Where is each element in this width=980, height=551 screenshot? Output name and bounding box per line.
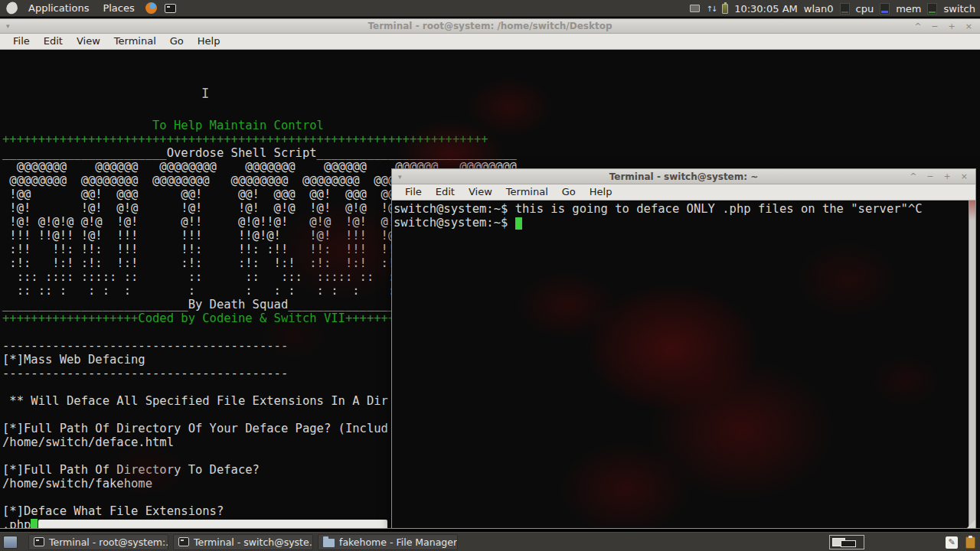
menu-item-edit[interactable]: Edit <box>37 34 70 49</box>
net-monitor-label: wlan0 <box>804 3 834 15</box>
net-monitor-graph <box>840 3 850 15</box>
menu-item-view[interactable]: View <box>462 184 499 200</box>
prompt-text: switch@system:~$ <box>394 216 515 230</box>
bg-window-titlebar[interactable]: ▾ Terminal - root@system: /home/switch/D… <box>0 19 980 34</box>
show-desktop-icon[interactable] <box>3 536 18 549</box>
taskbar-button-label: Terminal - switch@syste... <box>194 536 313 548</box>
taskbar: Terminal - root@system:...Terminal - swi… <box>0 532 980 551</box>
terminal-icon <box>34 537 44 546</box>
foreground-terminal-window: ▾ Terminal - switch@system: ~ ^ − + × Fi… <box>391 168 976 529</box>
terminal-line: ++++++++++++++++++++++++++++++++++++++++… <box>2 132 980 146</box>
distro-logo-icon[interactable] <box>5 1 19 15</box>
fg-terminal-content[interactable]: switch@system:~$ this is going to deface… <box>392 201 975 528</box>
menu-item-view[interactable]: View <box>70 34 107 49</box>
close-button[interactable]: × <box>965 21 972 31</box>
input-bar <box>38 520 387 529</box>
terminal-cursor <box>515 217 522 230</box>
taskbar-button[interactable]: fakehome - File Manager <box>318 534 458 550</box>
minimize-button[interactable]: − <box>931 21 938 31</box>
network-traffic-icon[interactable]: ↑↓ <box>706 5 716 13</box>
close-button[interactable]: × <box>961 171 968 181</box>
menu-item-edit[interactable]: Edit <box>429 184 462 200</box>
firefox-icon[interactable] <box>145 2 157 14</box>
vertical-scrollbar[interactable] <box>969 201 975 528</box>
terminal-line: switch@system:~$ this is going to deface… <box>394 202 975 216</box>
mem-monitor-graph <box>927 3 937 15</box>
folder-icon <box>323 539 335 547</box>
menu-item-go[interactable]: Go <box>163 34 191 49</box>
terminal-launcher-icon[interactable] <box>165 4 176 13</box>
taskbar-button-label: fakehome - File Manager <box>339 536 457 548</box>
shade-button[interactable]: ^ <box>910 171 916 181</box>
menu-item-file[interactable]: File <box>6 34 37 49</box>
taskbar-button[interactable]: Terminal - switch@syste... <box>173 534 313 550</box>
notes-icon[interactable]: ✎ <box>946 536 958 549</box>
fg-window-menubar: FileEditViewTerminalGoHelp <box>392 184 975 201</box>
menu-item-help[interactable]: Help <box>191 34 227 49</box>
cpu-monitor-graph <box>880 3 890 15</box>
menu-item-terminal[interactable]: Terminal <box>107 34 163 49</box>
mem-monitor-label: mem <box>896 3 921 15</box>
terminal-icon <box>178 537 189 546</box>
ibeam-cursor: I <box>201 86 209 101</box>
terminal-cursor <box>31 519 38 528</box>
top-panel: Applications Places ↑↓ 10:30:05 AM wlan0… <box>0 0 980 17</box>
clipboard-icon[interactable] <box>965 536 975 549</box>
workspace-pager[interactable] <box>829 535 864 549</box>
maximize-button[interactable]: + <box>944 171 951 181</box>
fg-terminal-lines: switch@system:~$ this is going to deface… <box>392 201 975 230</box>
maximize-button[interactable]: + <box>949 21 956 31</box>
terminal-line: To Help Maintain Control <box>2 119 980 132</box>
display-icon[interactable] <box>690 5 700 12</box>
menu-item-terminal[interactable]: Terminal <box>499 184 555 200</box>
fg-window-titlebar[interactable]: ▾ Terminal - switch@system: ~ ^ − + × <box>392 169 975 184</box>
terminal-line: _______________________Overdose Shell Sc… <box>2 146 980 160</box>
resize-grip[interactable] <box>967 520 975 528</box>
taskbar-button[interactable]: Terminal - root@system:... <box>28 534 168 550</box>
taskbar-button-label: Terminal - root@system:... <box>49 536 168 548</box>
bg-window-title: Terminal - root@system: /home/switch/Des… <box>0 21 980 31</box>
menu-item-go[interactable]: Go <box>555 184 583 200</box>
applications-menu[interactable]: Applications <box>25 2 92 14</box>
taskbar-buttons: Terminal - root@system:...Terminal - swi… <box>28 534 458 550</box>
places-menu[interactable]: Places <box>100 2 137 14</box>
battery-icon[interactable] <box>722 4 728 14</box>
blood-splatter-foreground <box>392 201 975 528</box>
input-value: .php <box>2 518 31 528</box>
user-label: switch <box>943 3 975 15</box>
minimize-button[interactable]: − <box>926 171 933 181</box>
menu-item-help[interactable]: Help <box>583 184 619 200</box>
terminal-prompt-line: switch@system:~$ <box>394 216 975 230</box>
shade-button[interactable]: ^ <box>914 21 921 31</box>
cpu-monitor-label: cpu <box>856 3 874 15</box>
clock[interactable]: 10:30:05 AM <box>734 3 798 15</box>
bg-window-menubar: FileEditViewTerminalGoHelp <box>0 34 980 50</box>
fg-window-title: Terminal - switch@system: ~ <box>392 171 975 182</box>
menu-item-file[interactable]: File <box>398 184 429 200</box>
